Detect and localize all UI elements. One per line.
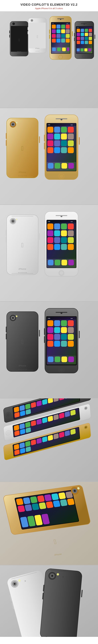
svg-rect-50 — [56, 38, 60, 42]
svg-point-111 — [22, 176, 23, 176]
svg-rect-188 — [47, 237, 53, 243]
svg-text:●●●: ●●● — [70, 318, 73, 319]
svg-rect-64 — [49, 34, 50, 39]
svg-point-220 — [18, 369, 19, 370]
svg-rect-13 — [9, 30, 10, 34]
svg-rect-173 — [39, 233, 40, 240]
section2-illustration:  iPhone 9: — [0, 108, 98, 204]
svg-rect-207 — [44, 240, 45, 246]
svg-point-103 — [16, 122, 18, 124]
svg-rect-88 — [80, 48, 84, 52]
svg-rect-74 — [77, 33, 80, 36]
header-section: VIDEO COPILOT'S ELEMENT3D V2.2 Apple iPh… — [0, 0, 98, 11]
svg-point-222 — [21, 369, 22, 370]
svg-point-10 — [19, 54, 20, 55]
svg-rect-252 — [68, 341, 74, 347]
svg-rect-206 — [44, 232, 45, 238]
svg-text::  — [21, 338, 24, 345]
svg-rect-150 — [44, 135, 45, 141]
svg-rect-251 — [61, 341, 67, 347]
section1-illustration:  iPhone  iPhone — [0, 11, 98, 108]
svg-rect-46 — [56, 34, 60, 38]
svg-point-25 — [37, 51, 38, 52]
svg-point-158 — [12, 221, 14, 222]
svg-rect-184 — [47, 230, 53, 236]
section-gold:  iPhone 9: — [0, 108, 98, 204]
svg-point-168 — [24, 272, 24, 273]
svg-rect-181 — [54, 224, 60, 230]
svg-rect-172 — [6, 237, 7, 242]
svg-rect-134 — [61, 140, 67, 146]
svg-rect-71 — [81, 29, 84, 32]
svg-rect-255 — [55, 356, 60, 362]
svg-rect-182 — [61, 224, 67, 230]
svg-rect-129 — [54, 134, 60, 140]
svg-rect-141 — [48, 163, 54, 168]
svg-rect-87 — [77, 48, 80, 52]
svg-rect-257 — [68, 356, 74, 362]
section-gold-closeup:  iPhone — [0, 482, 98, 565]
svg-rect-56 — [62, 48, 66, 51]
svg-rect-228 — [6, 334, 7, 340]
svg-rect-79 — [81, 37, 84, 40]
svg-rect-151 — [44, 143, 45, 149]
svg-rect-265 — [79, 331, 80, 338]
svg-rect-83 — [81, 41, 84, 44]
svg-point-26 — [38, 51, 38, 52]
svg-rect-208 — [79, 234, 80, 242]
svg-point-149 — [60, 174, 64, 178]
svg-rect-200 — [68, 260, 74, 266]
svg-rect-65 — [72, 31, 73, 36]
svg-point-226 — [26, 369, 27, 370]
svg-rect-131 — [68, 134, 74, 140]
svg-text:9:41: 9:41 — [48, 318, 50, 319]
svg-point-165 — [20, 272, 20, 273]
svg-rect-92 — [81, 23, 87, 24]
svg-rect-85 — [89, 41, 92, 44]
section-silver:  iPhone 9:41 ●●● — [0, 205, 98, 301]
svg-rect-128 — [47, 134, 53, 140]
svg-rect-29 — [28, 31, 28, 34]
svg-rect-44 — [66, 29, 70, 33]
svg-text::  — [37, 34, 38, 39]
svg-point-167 — [22, 272, 23, 273]
svg-rect-42 — [56, 29, 60, 33]
svg-rect-73 — [89, 29, 92, 32]
svg-rect-49 — [52, 38, 56, 42]
svg-rect-139 — [68, 147, 74, 153]
svg-text::  — [21, 242, 24, 248]
svg-rect-37 — [52, 24, 56, 28]
svg-rect-40 — [66, 24, 70, 28]
svg-rect-117 — [39, 136, 40, 143]
svg-point-223 — [22, 369, 23, 370]
svg-rect-248 — [68, 334, 74, 340]
svg-rect-197 — [48, 260, 54, 266]
svg-point-11 — [20, 54, 20, 55]
svg-rect-125 — [54, 127, 60, 133]
svg-rect-70 — [77, 29, 80, 32]
section7-illustration — [0, 565, 98, 637]
svg-text:9:41: 9:41 — [52, 23, 54, 24]
svg-rect-239 — [61, 320, 67, 326]
svg-rect-28 — [28, 27, 28, 30]
svg-rect-242 — [54, 327, 60, 333]
svg-rect-256 — [62, 356, 67, 362]
svg-point-9 — [18, 54, 18, 55]
svg-rect-14 — [9, 34, 10, 38]
svg-point-221 — [20, 369, 20, 370]
svg-rect-245 — [47, 334, 53, 340]
svg-text:●●●: ●●● — [66, 23, 68, 24]
svg-rect-43 — [61, 29, 65, 33]
svg-rect-240 — [68, 320, 74, 326]
svg-rect-186 — [61, 230, 67, 236]
svg-rect-72 — [85, 29, 88, 32]
svg-rect-96 — [94, 34, 95, 39]
svg-rect-190 — [61, 237, 67, 243]
svg-rect-95 — [74, 38, 75, 41]
svg-rect-229 — [39, 330, 40, 336]
svg-rect-241 — [47, 327, 53, 333]
svg-rect-55 — [57, 48, 61, 51]
svg-rect-136 — [47, 147, 53, 153]
svg-rect-94 — [74, 33, 75, 36]
svg-point-113 — [25, 176, 26, 176]
